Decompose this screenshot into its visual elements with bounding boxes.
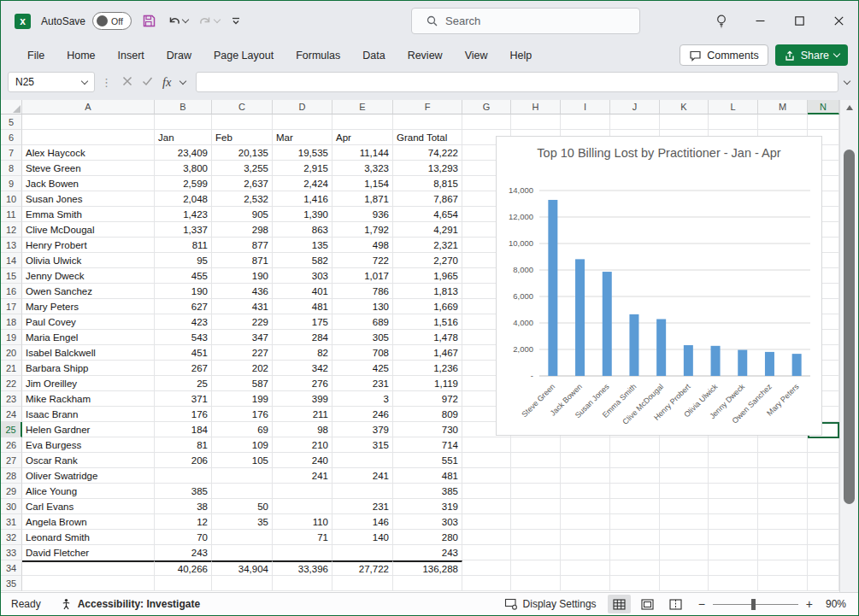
cell-D24[interactable]: 211 xyxy=(273,407,332,422)
tab-formulas[interactable]: Formulas xyxy=(285,41,351,69)
cell-A12[interactable]: Clive McDougal xyxy=(22,222,155,238)
cell-M27[interactable] xyxy=(758,453,808,468)
cell-F24[interactable]: 809 xyxy=(393,407,462,422)
cell-F5[interactable] xyxy=(393,114,462,130)
cell-B35[interactable] xyxy=(155,576,212,591)
column-header-F[interactable]: F xyxy=(393,100,462,114)
cell-D16[interactable]: 401 xyxy=(273,284,332,299)
cell-L33[interactable] xyxy=(709,545,758,560)
cell-F32[interactable]: 280 xyxy=(393,530,462,545)
cell-B12[interactable]: 1,337 xyxy=(155,222,212,238)
cell-E34[interactable]: 27,722 xyxy=(332,560,393,576)
cell-E31[interactable]: 146 xyxy=(332,514,393,530)
row-header-15[interactable]: 15 xyxy=(1,268,22,284)
cell-E11[interactable]: 936 xyxy=(332,207,393,222)
cell-D9[interactable]: 2,424 xyxy=(273,176,332,191)
cell-F28[interactable]: 481 xyxy=(393,468,462,484)
cell-C33[interactable] xyxy=(212,545,273,560)
row-header-7[interactable]: 7 xyxy=(1,145,22,161)
cell-C12[interactable]: 298 xyxy=(212,222,273,238)
cell-F15[interactable]: 1,965 xyxy=(393,268,462,284)
cell-C23[interactable]: 199 xyxy=(212,391,273,407)
cell-E26[interactable]: 315 xyxy=(332,437,393,453)
cell-D18[interactable]: 175 xyxy=(273,314,332,330)
row-header-33[interactable]: 33 xyxy=(1,545,22,560)
cell-D10[interactable]: 1,416 xyxy=(273,191,332,207)
chart[interactable]: Top 10 Billing Lost by Practitioner - Ja… xyxy=(496,136,822,436)
cell-C16[interactable]: 436 xyxy=(212,284,273,299)
cell-F27[interactable]: 551 xyxy=(393,453,462,468)
cell-B16[interactable]: 190 xyxy=(155,284,212,299)
tab-draw[interactable]: Draw xyxy=(156,41,203,69)
close-button[interactable] xyxy=(819,1,858,41)
share-button[interactable]: Share xyxy=(775,44,848,66)
cell-B32[interactable]: 70 xyxy=(155,530,212,545)
normal-view-button[interactable] xyxy=(608,595,631,613)
cell-D35[interactable] xyxy=(273,576,332,591)
cell-M5[interactable] xyxy=(758,114,808,130)
cell-N34[interactable] xyxy=(808,560,839,576)
cell-F13[interactable]: 2,321 xyxy=(393,238,462,253)
cell-K28[interactable] xyxy=(660,468,709,484)
accessibility-status[interactable]: Accessibility: Investigate xyxy=(60,598,200,611)
cell-A20[interactable]: Isabel Balckwell xyxy=(22,345,155,361)
column-header-G[interactable]: G xyxy=(462,100,511,114)
cell-B19[interactable]: 543 xyxy=(155,330,212,345)
cell-C7[interactable]: 20,135 xyxy=(212,145,273,161)
cell-A17[interactable]: Mary Peters xyxy=(22,299,155,314)
cell-B23[interactable]: 371 xyxy=(155,391,212,407)
cell-E29[interactable] xyxy=(332,484,393,499)
cell-I5[interactable] xyxy=(561,114,610,130)
cell-F23[interactable]: 972 xyxy=(393,391,462,407)
row-header-26[interactable]: 26 xyxy=(1,437,22,453)
cell-E10[interactable]: 1,871 xyxy=(332,191,393,207)
cell-B7[interactable]: 23,409 xyxy=(155,145,212,161)
column-header-J[interactable]: J xyxy=(610,100,660,114)
cell-E28[interactable]: 241 xyxy=(332,468,393,484)
cell-B17[interactable]: 627 xyxy=(155,299,212,314)
cell-D12[interactable]: 863 xyxy=(273,222,332,238)
cell-H32[interactable] xyxy=(511,530,561,545)
cell-G34[interactable] xyxy=(462,560,511,576)
column-header-A[interactable]: A xyxy=(22,100,155,114)
cell-C21[interactable]: 202 xyxy=(212,361,273,376)
cell-M34[interactable] xyxy=(758,560,808,576)
cell-J33[interactable] xyxy=(610,545,660,560)
cell-E35[interactable] xyxy=(332,576,393,591)
cell-G35[interactable] xyxy=(462,576,511,591)
cell-E13[interactable]: 498 xyxy=(332,238,393,253)
cell-F17[interactable]: 1,669 xyxy=(393,299,462,314)
cell-N5[interactable] xyxy=(808,114,839,130)
cell-K29[interactable] xyxy=(660,484,709,499)
cell-C30[interactable]: 50 xyxy=(212,499,273,514)
cell-C6[interactable]: Feb xyxy=(212,130,273,145)
cell-F6[interactable]: Grand Total xyxy=(393,130,462,145)
cell-B14[interactable]: 95 xyxy=(155,253,212,268)
row-header-16[interactable]: 16 xyxy=(1,284,22,299)
tab-review[interactable]: Review xyxy=(397,41,454,69)
save-button[interactable] xyxy=(142,14,156,28)
redo-button[interactable] xyxy=(198,15,220,28)
cell-I34[interactable] xyxy=(561,560,610,576)
cell-C29[interactable] xyxy=(212,484,273,499)
cell-I30[interactable] xyxy=(561,499,610,514)
cell-F9[interactable]: 8,815 xyxy=(393,176,462,191)
undo-button[interactable] xyxy=(167,15,188,28)
row-header-31[interactable]: 31 xyxy=(1,514,22,530)
column-header-K[interactable]: K xyxy=(660,100,709,114)
cell-E21[interactable]: 425 xyxy=(332,361,393,376)
cell-E14[interactable]: 722 xyxy=(332,253,393,268)
cell-D31[interactable]: 110 xyxy=(273,514,332,530)
cell-D23[interactable]: 399 xyxy=(273,391,332,407)
cell-I32[interactable] xyxy=(561,530,610,545)
cell-B24[interactable]: 176 xyxy=(155,407,212,422)
cell-K26[interactable] xyxy=(660,437,709,453)
cell-F35[interactable] xyxy=(393,576,462,591)
cell-L30[interactable] xyxy=(709,499,758,514)
maximize-button[interactable] xyxy=(780,1,819,41)
tab-file[interactable]: File xyxy=(16,41,56,69)
cell-F34[interactable]: 136,288 xyxy=(393,560,462,576)
cell-A35[interactable] xyxy=(22,576,155,591)
cell-B25[interactable]: 184 xyxy=(155,422,212,437)
cell-M30[interactable] xyxy=(758,499,808,514)
